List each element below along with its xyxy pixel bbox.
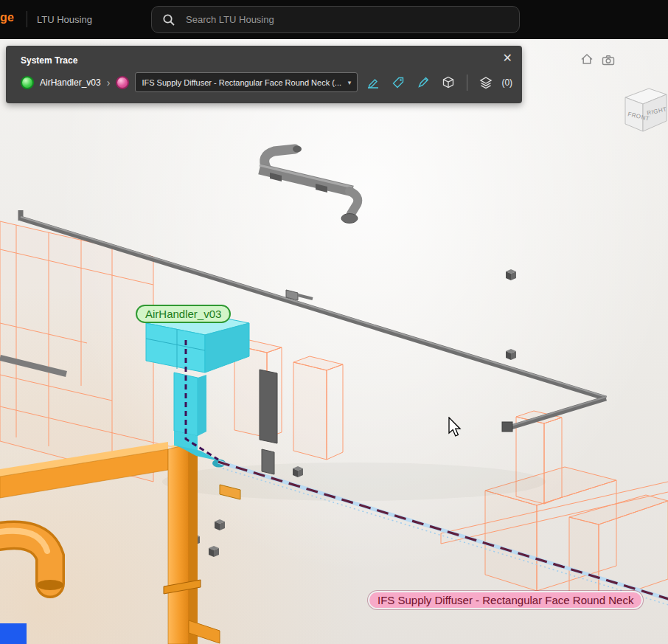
app-logo[interactable]: ge [0,11,14,24]
duct-assembly[interactable] [260,146,358,224]
dropdown-value: IFS Supply Diffuser - Rectangular Face R… [142,78,343,87]
model-box-button[interactable] [439,74,458,91]
search-bar[interactable] [151,6,520,33]
top-bar: ge LTU Housing [0,0,668,39]
topbar-divider [27,11,27,27]
pen-underline-icon [366,75,380,90]
layers-icon [479,75,493,90]
app-window: ge LTU Housing System Trace ✕ AirHandler… [0,0,668,644]
trace-source-label: AirHandler_v03 [40,77,101,88]
model-box-icon [441,75,456,90]
floor-shadow [162,463,546,501]
search-icon [162,13,175,27]
close-icon[interactable]: ✕ [503,52,512,64]
chevron-down-icon: ▾ [348,79,352,86]
tag-button[interactable] [389,74,408,91]
chevron-right-icon: › [107,77,111,88]
scene-canvas[interactable] [0,39,668,644]
search-input[interactable] [184,13,509,26]
camera-icon[interactable] [601,53,616,68]
layers-count: (0) [501,77,512,88]
view-cube[interactable]: FRONT RIGHT [618,77,668,145]
layers-button[interactable] [476,74,495,91]
air-handler-model[interactable] [146,305,249,468]
project-name[interactable]: LTU Housing [37,14,92,25]
tag-icon [391,75,406,90]
pen-icon [416,75,431,90]
trace-controls-row: AirHandler_v03 › IFS Supply Diffuser - R… [21,72,515,92]
trace-target-dropdown[interactable]: IFS Supply Diffuser - Rectangular Face R… [135,72,358,92]
diffuser-label[interactable]: IFS Supply Diffuser - Rectangular Face R… [368,591,643,609]
marker-button[interactable] [414,74,433,91]
system-trace-panel: System Trace ✕ AirHandler_v03 › IFS Supp… [6,46,522,103]
toolbar-separator [467,75,467,91]
trace-style-button[interactable] [363,74,383,91]
source-pin-icon[interactable] [21,76,34,89]
air-handler-label[interactable]: AirHandler_v03 [136,305,231,323]
panel-title: System Trace [21,55,77,66]
target-pin-icon[interactable] [116,76,129,89]
corner-selection-swatch [0,623,27,644]
model-viewport[interactable] [0,39,668,644]
home-icon[interactable] [580,52,594,66]
